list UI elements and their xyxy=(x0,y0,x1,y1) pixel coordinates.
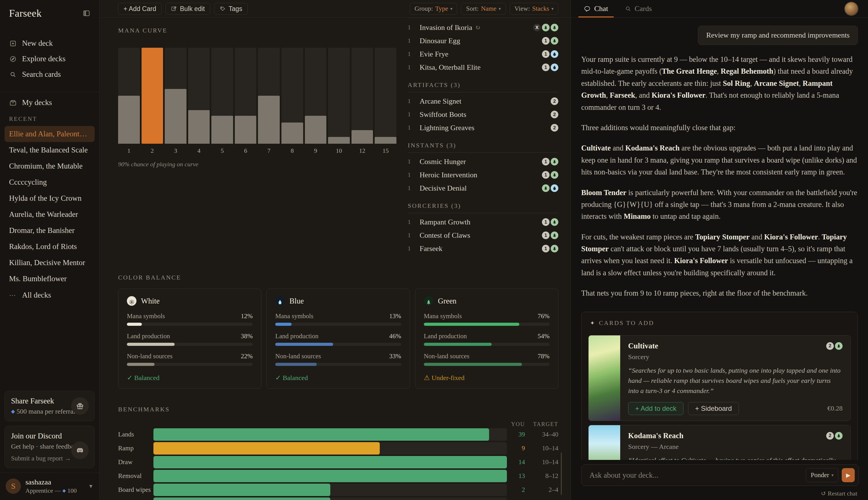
ellipsis-icon: ⋯ xyxy=(9,291,16,299)
card-name: Arcane Signet xyxy=(420,97,461,105)
mana-symbol-1: 1 xyxy=(542,158,549,166)
share-farseek-card[interactable]: Share Farseek ◆ 500 mana per referral xyxy=(4,391,94,421)
restart-chat-button[interactable]: ↺ Restart chat xyxy=(821,490,857,497)
mana-symbol-2: 2 xyxy=(551,98,558,105)
color-name: Green xyxy=(438,297,457,306)
model-select[interactable]: Ponder▾ xyxy=(806,468,838,482)
add-card-button[interactable]: + Add Card xyxy=(118,3,162,15)
deck-item[interactable]: Ellie and Alan, Paleontologists xyxy=(4,126,94,142)
mana-curve-x-labels: 123456789101215 xyxy=(118,147,397,155)
sidebar-item-explore-decks[interactable]: Explore decks xyxy=(4,51,94,67)
mana-curve-tick: 8 xyxy=(281,147,303,155)
app-root: Farseek New deckExplore decksSearch card… xyxy=(0,0,868,500)
metric-bar xyxy=(127,343,253,346)
mana-symbol-2: 2 xyxy=(826,432,834,440)
suggested-card-kodama-s-reach: Kodama's Reach2Sorcery — Arcane“Identica… xyxy=(588,425,851,460)
send-button[interactable]: ▶ xyxy=(842,468,855,482)
tab-cards[interactable]: Cards xyxy=(622,0,655,18)
collapse-sidebar-icon[interactable] xyxy=(82,9,91,18)
mana-symbol-1: 1 xyxy=(542,245,549,252)
card-list-row[interactable]: 1Dinosaur Egg1 xyxy=(408,34,558,47)
metric-label: Mana symbols xyxy=(424,312,462,320)
card-qty: 1 xyxy=(408,24,420,31)
card-name: Heroic Intervention xyxy=(420,171,477,179)
card-list-row[interactable]: 1Swiftfoot Boots2 xyxy=(408,108,558,121)
bulk-edit-button[interactable]: Bulk edit xyxy=(166,3,210,15)
mana-curve-tick: 10 xyxy=(328,147,350,155)
send-icon: ▶ xyxy=(846,472,850,479)
discord-card[interactable]: Join our Discord Get help · share feedba… xyxy=(4,426,94,468)
color-balance-card-header: White xyxy=(127,296,253,306)
card-list-row[interactable]: 1Kitsa, Otterball Elite1 xyxy=(408,61,558,74)
suggested-card-typeline: Sorcery — Arcane xyxy=(628,443,843,451)
card-list-row[interactable]: 1Arcane Signet2 xyxy=(408,94,558,108)
card-list-row[interactable]: 1Cosmic Hunger1 xyxy=(408,155,558,168)
sidebar-item-search-cards[interactable]: Search cards xyxy=(4,67,94,82)
deck-item[interactable]: Ms. Bumbleflower xyxy=(4,271,94,287)
metric-label: Non-land sources xyxy=(275,353,321,360)
sidebar: Farseek New deckExplore decksSearch card… xyxy=(0,0,99,500)
card-group-header: SORCERIES (3) xyxy=(408,195,558,213)
gift-icon xyxy=(71,397,89,415)
card-art-thumbnail xyxy=(589,425,620,460)
card-list-row[interactable]: 1Evie Frye1 xyxy=(408,47,558,61)
mana-cost: 2 xyxy=(826,342,843,350)
mana-symbol-2: 2 xyxy=(551,111,558,118)
metric-bar xyxy=(275,363,401,366)
suggested-card-name: Kodama's Reach xyxy=(628,431,683,440)
main-scrollbar[interactable] xyxy=(561,18,562,500)
card-list-row[interactable]: 1Invasion of Ikoria↻X xyxy=(408,21,558,34)
sidebar-item-all-decks[interactable]: ⋯ All decks xyxy=(4,287,94,304)
mana-symbol-1: 1 xyxy=(542,171,549,179)
deck-item[interactable]: Chromium, the Mutable xyxy=(4,158,94,174)
color-balance-status: ✓ Balanced xyxy=(127,374,253,382)
discord-icon xyxy=(71,442,89,459)
assistant-paragraph: Three additions would meaningfully close… xyxy=(581,122,858,134)
sidebar-item-my-decks[interactable]: My decks xyxy=(4,95,94,110)
commander-avatar[interactable] xyxy=(845,2,858,15)
add-to-deck-button[interactable]: + Add to deck xyxy=(628,402,683,415)
green-mana-icon xyxy=(424,296,433,306)
mana-curve-bar xyxy=(375,137,397,144)
mana-symbol-1: 1 xyxy=(542,37,549,45)
sidebar-item-new-deck[interactable]: New deck xyxy=(4,36,94,51)
group-select[interactable]: Group:Type▾ xyxy=(410,3,457,15)
benchmark-target-value: 8–12 xyxy=(525,472,558,480)
deck-item[interactable]: Cccccycling xyxy=(4,174,94,190)
card-list-row[interactable]: 1Heroic Intervention1 xyxy=(408,168,558,182)
mana-symbol-g xyxy=(551,37,558,45)
card-list-row[interactable]: 1Lightning Greaves2 xyxy=(408,121,558,134)
mana-symbol-1: 1 xyxy=(542,64,549,71)
deck-item[interactable]: Killian, Decisive Mentor xyxy=(4,255,94,271)
mana-curve-bar xyxy=(165,89,187,144)
chat-input[interactable]: Ask about your deck... Ponder▾ ▶ xyxy=(581,464,859,486)
card-list-row[interactable]: 1Contest of Claws1 xyxy=(408,229,558,242)
tab-chat[interactable]: Chat xyxy=(581,0,611,18)
sort-select[interactable]: Sort:Name▾ xyxy=(461,3,505,15)
user-level: Apprentice — ◆ 100 xyxy=(25,487,77,495)
deck-item[interactable]: Rakdos, Lord of Riots xyxy=(4,239,94,255)
view-select[interactable]: View:Stacks▾ xyxy=(510,3,558,15)
color-balance-metric: Non-land sources33% xyxy=(275,353,401,360)
card-list-row[interactable]: 1Farseek1 xyxy=(408,242,558,255)
tags-button[interactable]: Tags xyxy=(214,3,248,15)
card-list-row[interactable]: 1Decisive Denial xyxy=(408,182,558,195)
benchmark-target-value: 10–14 xyxy=(525,445,558,452)
deck-item[interactable]: Hylda of the Icy Crown xyxy=(4,190,94,206)
metric-bar xyxy=(127,323,253,326)
deck-item[interactable]: Dromar, the Banisher xyxy=(4,223,94,239)
color-name: White xyxy=(141,297,160,306)
benchmark-you-value: 39 xyxy=(507,431,525,438)
card-list-row[interactable]: 1Rampant Growth1 xyxy=(408,215,558,229)
mana-cost: 2 xyxy=(551,98,558,105)
sideboard-button[interactable]: + Sideboard xyxy=(688,402,739,415)
suggested-card-quote: “Searches for up to two basic lands, put… xyxy=(628,365,843,396)
deck-item[interactable]: Teval, the Balanced Scale xyxy=(4,142,94,158)
mana-cost: 1 xyxy=(542,218,558,226)
card-name: Farseek xyxy=(420,245,443,253)
user-menu[interactable]: S sashazaa Apprentice — ◆ 100 ▾ xyxy=(0,473,99,500)
benchmark-row-tutors: Tutors30–6 xyxy=(118,497,558,500)
mana-curve-bar xyxy=(211,116,233,144)
deck-item[interactable]: Aurelia, the Warleader xyxy=(4,206,94,223)
card-name: Contest of Claws xyxy=(420,231,470,240)
